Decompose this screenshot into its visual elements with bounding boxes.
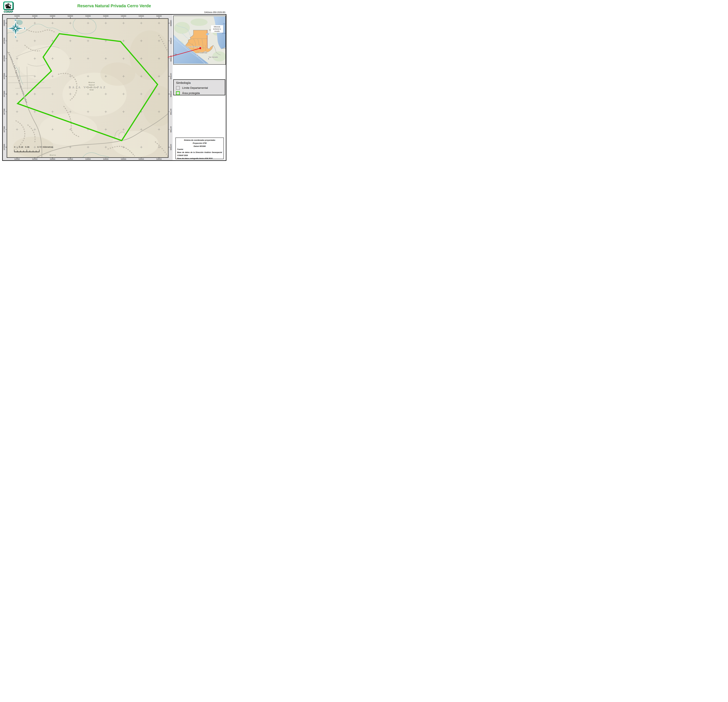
map-coordinate-collar: 5320005320005325005325005330005330005335… [3, 15, 173, 160]
y-tick-label: 1679500 [170, 36, 172, 45]
scale-unit-label: Kilómetros [43, 146, 53, 148]
credits-box: Sistema de coordenadas proyectadas Proye… [175, 138, 224, 159]
compass-west-label: O [7, 27, 7, 30]
san-salvador-label: San Salvador [209, 56, 218, 58]
svg-text:Privada Cerro: Privada Cerro [86, 86, 97, 88]
legend-item-departmental: Límite Departamental [176, 86, 225, 90]
x-tick-label: 535500 [137, 15, 146, 17]
y-tick-label: 1679500 [3, 36, 5, 45]
y-tick-label: 1678000 [3, 89, 5, 98]
locator-dot [199, 47, 201, 49]
y-tick-label: 1680000 [3, 19, 5, 27]
svg-text:Reserva: Reserva [88, 81, 95, 84]
y-tick-label: 1677000 [3, 125, 5, 134]
crs-projection: Proyección GTM [177, 142, 222, 145]
x-tick-label: 534500 [101, 159, 110, 160]
y-tick-label: 1678000 [170, 89, 172, 98]
x-tick-label: 534500 [101, 15, 110, 17]
x-tick-label: 536000 [155, 15, 163, 17]
y-tick-label: 1676500 [3, 143, 5, 151]
scale-label-0: 0 [14, 146, 15, 148]
compass-north-label: N [15, 19, 16, 22]
conap-logo: CONAP [3, 1, 13, 13]
compass-south-label: S [15, 36, 16, 39]
source-line-2: Base de datos cartografía básica IGN 201… [177, 157, 222, 160]
map-sheet-frame: 5320005320005325005325005330005330005335… [2, 14, 227, 161]
x-tick-label: 533500 [66, 159, 75, 160]
scale-bar: 0 0.18 0.36 0.72 Kilómetros [14, 146, 61, 152]
topographic-map: Carretera a San Agustín Acasaguastlán-Co… [7, 18, 169, 158]
san-salvador-dot [208, 58, 209, 60]
x-tick-label: 533000 [48, 159, 57, 160]
svg-text:territorial no: territorial no [213, 28, 221, 30]
x-tick-label: 534000 [84, 159, 92, 160]
svg-text:resuelto: resuelto [214, 30, 220, 32]
conap-map-sheet: CONAP Reserva Natural Privada Cerro Verd… [0, 0, 228, 162]
departmental-limit-swatch-icon [176, 86, 180, 90]
territorial-note: Diferendo territorial no resuelto [211, 25, 223, 33]
x-tick-label: 535500 [137, 159, 146, 160]
capital-city-dot [197, 55, 198, 56]
compass-east-label: E [24, 27, 26, 30]
legend-title: Simbología [176, 81, 225, 85]
svg-text:Natural: Natural [88, 84, 95, 86]
x-tick-label: 536000 [155, 159, 163, 160]
y-tick-label: 1678500 [170, 72, 172, 81]
x-tick-label: 533000 [48, 15, 57, 17]
protected-area-swatch-icon [176, 91, 180, 95]
crs-datum: Datum WGS84 [177, 145, 222, 148]
svg-text:Verde: Verde [90, 89, 94, 91]
source-heading: Fuente: [177, 148, 222, 151]
legend-item-protected-area: Área protegida [176, 91, 225, 95]
y-tick-label: 1679000 [170, 54, 172, 63]
y-tick-label: 1677000 [170, 125, 172, 134]
crs-title: Sistema de coordenadas proyectadas [177, 139, 222, 142]
y-tick-label: 1677500 [3, 107, 5, 116]
y-tick-label: 1678500 [3, 72, 5, 81]
country-label: Guatemala [186, 46, 202, 48]
monkey-glyph-icon [4, 2, 12, 9]
conap-logo-frame [3, 1, 13, 10]
capital-city-label: Guatemala [199, 52, 207, 53]
source-line-1: Base de datos de la Dirección Análisis G… [177, 151, 222, 157]
y-tick-label: 1677500 [170, 107, 172, 116]
honduras-label: H o [222, 47, 225, 49]
x-tick-label: 535000 [119, 15, 128, 17]
x-tick-label: 532000 [13, 159, 22, 160]
x-tick-label: 535000 [119, 159, 128, 160]
legend: Simbología Límite Departamental Área pro… [173, 79, 225, 95]
y-tick-label: 1676500 [170, 143, 172, 151]
x-tick-label: 532000 [13, 15, 22, 17]
y-tick-label: 1680000 [170, 19, 172, 27]
scale-label-018: 0.18 [19, 146, 23, 148]
x-tick-label: 534000 [84, 15, 92, 17]
scale-ruler [14, 149, 39, 152]
x-tick-label: 532500 [30, 159, 39, 160]
x-tick-label: 532500 [30, 15, 39, 17]
side-panel: B Gu Hond Guatemala Guatemala San Salvad… [173, 15, 226, 160]
y-tick-label: 1679000 [3, 54, 5, 63]
map-canvas: Carretera a San Agustín Acasaguastlán-Co… [7, 19, 168, 157]
scale-label-036: 0.36 [25, 146, 29, 148]
conap-logo-text: CONAP [3, 10, 13, 13]
svg-text:Diferendo: Diferendo [214, 26, 220, 27]
locator-inset-map: B Gu Hond Guatemala Guatemala San Salvad… [173, 16, 226, 65]
document-code: DAGeos-350-2026-BS [204, 11, 225, 13]
page-title: Reserva Natural Privada Cerro Verde [29, 3, 199, 8]
edge-reserve-label: Reserva [49, 154, 56, 156]
scale-label-072: 0.72 [37, 146, 42, 148]
belize-label: B [209, 29, 211, 31]
x-tick-label: 533500 [66, 15, 75, 17]
sea-label-gulf: Gu [223, 23, 225, 25]
